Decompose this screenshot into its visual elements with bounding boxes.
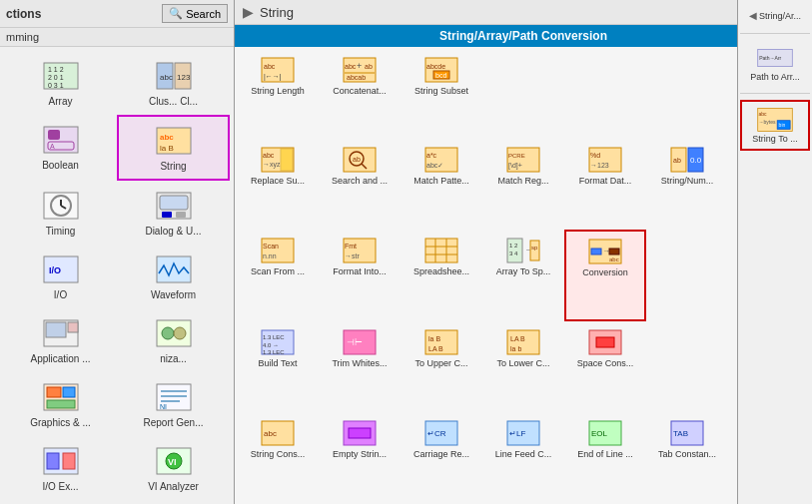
- svg-text:123: 123: [177, 73, 191, 82]
- conversion-label: Conversion: [582, 267, 628, 278]
- search-label: Search: [186, 8, 221, 20]
- sidebar-header: ctions 🔍 Search: [0, 0, 234, 28]
- palette-item-replace-sub[interactable]: abc →xyz Replace Su...: [237, 139, 319, 229]
- palette-item-match-reg[interactable]: PCRE [\d]+ Match Reg...: [482, 139, 564, 229]
- palette-item-carriage-re[interactable]: ↵CR Carriage Re...: [401, 412, 482, 502]
- palette-item-format-dat[interactable]: %d →123 Format Dat...: [564, 139, 646, 229]
- svg-rect-112: [609, 249, 619, 254]
- palette-item-build-text[interactable]: 1.3 LEC 4.0 → 1.3 LEC Build Text: [237, 321, 319, 411]
- spreadsheet-label: Spreadshee...: [413, 266, 469, 277]
- sidebar-item-io-ex[interactable]: I/O Ex...: [4, 436, 117, 500]
- svg-text:|←→|: |←→|: [264, 73, 282, 81]
- svg-text:abc: abc: [263, 152, 275, 159]
- svg-rect-110: [591, 249, 601, 254]
- sidebar-item-graphics[interactable]: Graphics & ...: [4, 372, 117, 436]
- palette-item-match-patte[interactable]: a*c abc✓ Match Patte...: [401, 139, 482, 229]
- palette-item-array-to-sp[interactable]: 1 2 3 4 → sp Array To Sp...: [482, 230, 564, 321]
- blank7-icon: [669, 328, 705, 356]
- palette-item-blank1: [482, 49, 564, 139]
- svg-text:abc: abc: [160, 133, 174, 142]
- palette-item-format-into[interactable]: Fmt →str Format Into...: [319, 230, 401, 321]
- match-reg-label: Match Reg...: [497, 176, 548, 187]
- search-button[interactable]: 🔍 Search: [162, 4, 228, 23]
- palette-title: String: [260, 5, 294, 20]
- sidebar-item-app[interactable]: Application ...: [4, 308, 117, 372]
- sidebar-item-report-label: Report Gen...: [143, 417, 203, 429]
- svg-rect-28: [68, 322, 78, 332]
- sidebar-item-unit-test[interactable]: Unit Test Fr...: [4, 500, 117, 504]
- svg-text:NI: NI: [160, 403, 167, 410]
- palette-item-spreadsheet[interactable]: Spreadshee...: [401, 230, 482, 321]
- palette-item-scan-from[interactable]: Scan n.nn Scan From ...: [237, 230, 319, 321]
- string-num-icon: ab 0.0: [669, 146, 705, 174]
- empty-strin-icon: [342, 419, 378, 447]
- palette-item-search-and[interactable]: ab Search and ...: [319, 139, 401, 229]
- sidebar-item-boolean-label: Boolean: [42, 160, 79, 172]
- svg-text:ab: ab: [353, 156, 361, 163]
- right-panel: ◀ String/Ar... Path→Arr Path to Arr... a…: [737, 0, 812, 504]
- sidebar-item-waveform[interactable]: Waveform: [117, 245, 230, 308]
- sidebar-item-array[interactable]: 1 1 2 2 0 1 0 3 1 Array: [4, 51, 117, 115]
- search-icon: 🔍: [169, 7, 183, 20]
- svg-text:→xyz: →xyz: [263, 161, 281, 169]
- sidebar-item-io-label: I/O: [54, 289, 67, 301]
- svg-text:ab: ab: [673, 157, 681, 164]
- svg-point-30: [162, 327, 174, 339]
- carriage-re-icon: ↵CR: [423, 419, 459, 447]
- svg-text:1 1 2: 1 1 2: [48, 66, 64, 73]
- svg-text:VI: VI: [168, 457, 177, 467]
- array-to-sp-label: Array To Sp...: [496, 266, 550, 277]
- sidebar-item-vi-label: VI Analyzer: [148, 481, 199, 493]
- right-item-path-to-arr[interactable]: Path→Arr Path to Arr...: [740, 40, 810, 87]
- sidebar-item-boolean[interactable]: A Boolean: [4, 115, 117, 181]
- palette-item-to-lower-c[interactable]: LA B la b To Lower C...: [482, 321, 564, 411]
- palette-item-str-subset[interactable]: abcde bcd String Subset: [401, 49, 482, 139]
- palette-item-empty-strin[interactable]: Empty Strin...: [319, 412, 401, 502]
- to-upper-c-label: To Upper C...: [414, 358, 467, 369]
- string-to-icon: abc →bytes bin: [757, 106, 793, 134]
- main-palette: ▶ String String/Array/Path Conversion ab…: [235, 0, 812, 504]
- build-text-label: Build Text: [259, 358, 298, 369]
- svg-text:Scan: Scan: [263, 243, 279, 250]
- format-dat-icon: %d →123: [587, 146, 623, 174]
- palette-item-end-of-line[interactable]: EOL End of Line ...: [564, 412, 646, 502]
- sidebar-item-synch[interactable]: niza...: [117, 308, 230, 372]
- svg-text:LA B: LA B: [510, 335, 525, 342]
- palette-item-trim-whites[interactable]: ⊣⊢ Trim Whites...: [319, 321, 401, 411]
- sidebar-item-report[interactable]: NI Report Gen...: [117, 372, 230, 436]
- sidebar-item-io[interactable]: I/O I/O: [4, 245, 117, 308]
- svg-text:→123: →123: [590, 162, 609, 169]
- palette-item-to-upper-c[interactable]: la B LA B To Upper C...: [401, 321, 482, 411]
- end-of-line-label: End of Line ...: [577, 449, 633, 460]
- svg-rect-34: [63, 387, 75, 397]
- sidebar-grid: 1 1 2 2 0 1 0 3 1 Array abc 123 Clus... …: [0, 47, 234, 504]
- right-item-str-arr[interactable]: ◀ String/Ar...: [740, 4, 810, 27]
- line-feed-c-icon: ↵LF: [505, 419, 541, 447]
- right-item-string-to[interactable]: abc →bytes bin String To ...: [740, 100, 810, 151]
- svg-text:a*c: a*c: [426, 152, 437, 159]
- palette-item-conversion[interactable]: → abc Conversion: [564, 230, 646, 321]
- timing-icon: [43, 188, 79, 224]
- svg-text:abc: abc: [264, 63, 276, 70]
- svg-text:Path→Arr: Path→Arr: [759, 55, 781, 61]
- svg-text:Fmt: Fmt: [345, 243, 357, 250]
- conversion-icon: → abc: [587, 238, 623, 265]
- sidebar-item-cluster[interactable]: abc 123 Clus... Cl...: [117, 51, 230, 115]
- palette-item-str-cons[interactable]: abc String Cons...: [237, 412, 319, 502]
- palette-item-line-feed-c[interactable]: ↵LF Line Feed C...: [482, 412, 564, 502]
- palette-item-concatenate[interactable]: abc + ab abcab Concatenat...: [319, 49, 401, 139]
- sidebar-item-vi[interactable]: VI VI Analyzer: [117, 436, 230, 500]
- sidebar-item-string[interactable]: abc la B String: [117, 115, 230, 181]
- sidebar-item-dialog[interactable]: Dialog & U...: [117, 181, 230, 245]
- sidebar-item-timing[interactable]: Timing: [4, 181, 117, 245]
- palette-item-string-num[interactable]: ab 0.0 String/Num...: [646, 139, 728, 229]
- palette-item-str-length[interactable]: abc |←→| String Length: [237, 49, 319, 139]
- svg-text:abc: abc: [264, 429, 277, 438]
- palette-item-tab-consta[interactable]: TAB Tab Constan...: [646, 412, 728, 502]
- sidebar-item-measurement[interactable]: ≡ I/O ment I/O: [117, 500, 230, 504]
- palette-item-space-cons[interactable]: Space Cons...: [564, 321, 646, 411]
- to-lower-c-icon: LA B la b: [505, 328, 541, 356]
- dialog-icon: [156, 188, 192, 224]
- cluster-icon: abc 123: [156, 58, 192, 94]
- breadcrumb-arrow: ▶: [243, 4, 254, 20]
